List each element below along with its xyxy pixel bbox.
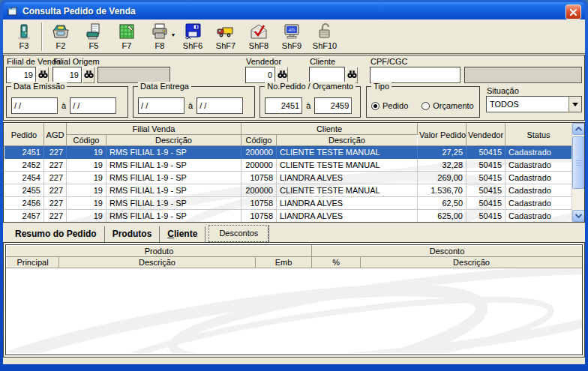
order-row-2456[interactable]: 245622719RMS FILIAL 1-9 - SP10758LIANDRA… xyxy=(4,197,572,210)
order-row-2451[interactable]: 245122719RMS FILIAL 1-9 - SP200000CLIENT… xyxy=(4,146,572,159)
grid-cell: RMS FILIAL 1-9 - SP xyxy=(106,210,242,223)
vendedor-lookup-button[interactable] xyxy=(276,67,288,83)
grid-cell: RMS FILIAL 1-9 - SP xyxy=(106,172,242,184)
tipo-radio-oramento[interactable]: Orçamento xyxy=(422,101,473,110)
grid-cell: 19 xyxy=(67,184,106,197)
order-row-2455[interactable]: 245522719RMS FILIAL 1-9 - SP200000CLIENT… xyxy=(4,184,572,197)
grid-cell: Cadastrado xyxy=(506,146,572,159)
binoculars-icon xyxy=(278,70,287,80)
toolbar-button-f5[interactable]: F5 xyxy=(77,21,110,50)
app-window: Consulta Pedido de Venda F3F2F5F7F8▾ShF6… xyxy=(0,0,588,371)
tab-cliente[interactable]: Cliente xyxy=(160,226,206,242)
filial-origem-lookup-button[interactable] xyxy=(82,67,94,83)
pedido-to-input[interactable]: 2459 xyxy=(314,97,352,114)
form-body: F3F2F5F7F8▾ShF6ShF7ShF8-ATI-ShF9ShF10 Fi… xyxy=(3,19,585,364)
grid-cell: 227 xyxy=(44,159,67,172)
toolbar-button-label: ShF10 xyxy=(313,41,337,50)
scroll-down-button[interactable] xyxy=(572,210,585,222)
situacao-dropdown[interactable]: TODOS xyxy=(486,96,582,112)
grid-cell: 2456 xyxy=(4,197,44,210)
printer-options-dropdown-icon[interactable]: ▾ xyxy=(172,31,175,38)
cliente-lookup-button[interactable] xyxy=(346,67,358,83)
chevron-down-icon[interactable] xyxy=(568,97,581,112)
data-emissao-from-input[interactable]: / / xyxy=(11,97,58,114)
toolbar: F3F2F5F7F8▾ShF6ShF7ShF8-ATI-ShF9ShF10 xyxy=(3,19,585,54)
order-row-2454[interactable]: 245422719RMS FILIAL 1-9 - SP10758LIANDRA… xyxy=(4,172,572,184)
toolbar-button-shf10[interactable]: ShF10 xyxy=(308,21,341,50)
toolbar-button-label: F7 xyxy=(122,41,132,50)
grid-cell: 1.536,70 xyxy=(418,184,466,197)
binoculars-icon xyxy=(38,70,48,80)
toolbar-separator xyxy=(41,22,42,51)
data-emissao-to-input[interactable]: / / xyxy=(70,97,116,114)
tipo-radio-pedido[interactable]: Pedido xyxy=(371,101,408,110)
data-entrega-to-input[interactable]: / / xyxy=(196,97,243,114)
pedido-range-label: No.Pedido / Orçamento xyxy=(265,82,356,91)
filial-venda-lookup-button[interactable] xyxy=(37,67,49,83)
toolbar-button-label: F8 xyxy=(155,41,165,50)
order-row-2457[interactable]: 245722719RMS FILIAL 1-9 - SP10758LIANDRA… xyxy=(4,210,572,223)
column-header-agd: AGD xyxy=(44,124,67,146)
toolbar-button-f2[interactable]: F2 xyxy=(44,21,77,50)
toolbar-button-label: ShF8 xyxy=(249,41,268,50)
print-preview-icon xyxy=(84,22,104,41)
grid-cell: 227 xyxy=(44,172,67,184)
cliente-input[interactable] xyxy=(309,67,345,83)
grid-cell: 50415 xyxy=(466,159,506,172)
truck-icon xyxy=(216,22,236,41)
grid-cell: 625,00 xyxy=(418,210,466,223)
pedido-from-input[interactable]: 2451 xyxy=(265,97,302,114)
grid-cell: 2455 xyxy=(4,184,44,197)
grid-cell: RMS FILIAL 1-9 - SP xyxy=(106,184,242,197)
filial-descricao-readonly xyxy=(98,67,170,83)
toolbar-button-shf8[interactable]: ShF8 xyxy=(242,21,275,50)
situacao-value: TODOS xyxy=(487,97,568,112)
toolbar-button-shf9[interactable]: -ATI-ShF9 xyxy=(275,21,308,50)
tab-produtos[interactable]: Produtos xyxy=(105,226,160,242)
toolbar-button-f3[interactable]: F3 xyxy=(8,21,40,50)
grid-cell: LIANDRA ALVES xyxy=(277,172,418,184)
column-header-cliente-descricao: Descrição xyxy=(277,135,418,146)
cliente-descricao-readonly xyxy=(464,67,582,83)
mail-check-icon xyxy=(249,22,268,41)
data-entrega-group: Data Entrega / / à / / xyxy=(133,86,255,118)
grid-vertical-scrollbar[interactable] xyxy=(572,123,584,222)
filial-origem-input[interactable]: 19 xyxy=(52,67,82,83)
tipo-group: Tipo PedidoOrçamento xyxy=(366,86,480,118)
cpf-cgc-input[interactable] xyxy=(370,67,460,83)
grid-cell: 19 xyxy=(67,210,106,223)
order-row-2452[interactable]: 245222719RMS FILIAL 1-9 - SP200000CLIENT… xyxy=(4,159,572,172)
filial-venda-input[interactable]: 19 xyxy=(6,67,36,83)
range-separator: à xyxy=(306,101,310,110)
vendedor-input[interactable]: 0 xyxy=(245,67,275,83)
grid-cell: RMS FILIAL 1-9 - SP xyxy=(106,159,242,172)
grid-cell: 2451 xyxy=(4,146,44,159)
filial-venda-label: Filial de Venda xyxy=(6,57,49,67)
tab-descontos[interactable]: Descontos xyxy=(208,225,268,242)
toolbar-button-shf7[interactable]: ShF7 xyxy=(209,21,242,50)
scrollbar-thumb[interactable] xyxy=(572,136,585,189)
group-header-desconto: Desconto xyxy=(312,246,583,257)
column-header-principal: Principal xyxy=(7,257,59,268)
grid-cell: 2454 xyxy=(4,172,44,184)
toolbar-button-f7[interactable]: F7 xyxy=(110,21,143,50)
column-header-cliente-codigo: Código xyxy=(242,135,277,146)
scroll-up-button[interactable] xyxy=(572,123,585,135)
data-emissao-group: Data Emissão / / à / / xyxy=(6,86,128,118)
tab-resumo-do-pedido[interactable]: Resumo do Pedido xyxy=(8,226,105,242)
cpf-cgc-label: CPF/CGC xyxy=(370,57,460,67)
grid-cell: 32,28 xyxy=(418,159,466,172)
grid-cell: 19 xyxy=(67,172,106,184)
grid-cell: 227 xyxy=(44,197,67,210)
close-button[interactable] xyxy=(566,4,581,19)
range-separator: à xyxy=(188,101,193,110)
vendedor-label: Vendedor xyxy=(245,57,288,67)
orders-grid-panel: Pedido AGD Filial Venda Cliente Valor Pe… xyxy=(3,122,585,223)
toolbar-button-shf6[interactable]: ShF6 xyxy=(176,21,209,50)
data-entrega-from-input[interactable]: / / xyxy=(138,97,184,114)
toolbar-button-label: F3 xyxy=(20,41,29,50)
grid-cell: 10758 xyxy=(242,172,277,184)
binoculars-icon xyxy=(84,70,94,80)
grid-cell: 19 xyxy=(67,159,106,172)
column-header-produto-descricao: Descrição xyxy=(59,257,256,268)
